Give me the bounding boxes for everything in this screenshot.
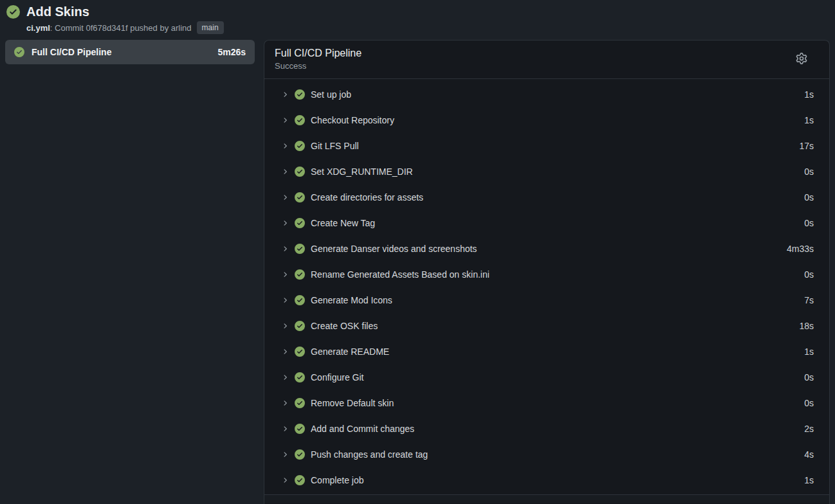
step-row-9[interactable]: Generate Mod Icons 7s — [264, 287, 829, 313]
job-success-check-circle-icon — [14, 47, 24, 57]
step-success-check-circle-icon — [295, 115, 305, 125]
step-name: Checkout Repository — [311, 115, 798, 125]
step-success-check-circle-icon — [295, 398, 305, 408]
panel-header-text: Full CI/CD Pipeline Success — [275, 48, 362, 71]
step-name: Rename Generated Assets Based on skin.in… — [311, 269, 798, 280]
chevron-right-icon[interactable] — [281, 399, 289, 407]
chevron-right-icon[interactable] — [281, 168, 289, 176]
step-row-15[interactable]: Push changes and create tag 4s — [264, 442, 829, 467]
step-name: Generate Danser videos and screenshots — [311, 244, 781, 254]
step-success-check-circle-icon — [295, 218, 305, 228]
step-duration: 7s — [804, 295, 814, 305]
chevron-right-icon[interactable] — [281, 271, 289, 278]
step-name: Create OSK files — [311, 321, 793, 331]
step-success-check-circle-icon — [295, 475, 305, 485]
step-duration: 1s — [804, 475, 814, 485]
step-duration: 0s — [804, 372, 814, 382]
step-name: Create directories for assets — [311, 192, 798, 203]
chevron-right-icon[interactable] — [281, 425, 289, 433]
job-card-full-ci-cd-pipeline[interactable]: Full CI/CD Pipeline 5m26s — [5, 40, 255, 64]
gear-icon — [796, 53, 807, 66]
job-name: Full CI/CD Pipeline — [32, 47, 210, 57]
chevron-right-icon[interactable] — [281, 219, 289, 227]
step-duration: 4m33s — [787, 244, 814, 254]
step-duration: 2s — [804, 424, 814, 434]
step-duration: 18s — [799, 321, 814, 331]
panel-footer-divider — [264, 494, 829, 503]
panel-job-status: Success — [275, 61, 362, 71]
step-name: Complete job — [311, 475, 798, 485]
step-duration: 0s — [804, 269, 814, 280]
step-name: Configure Git — [311, 372, 798, 382]
step-row-14[interactable]: Add and Commit changes 2s — [264, 416, 829, 442]
step-duration: 4s — [804, 449, 814, 460]
step-row-2[interactable]: Checkout Repository 1s — [264, 107, 829, 133]
step-duration: 1s — [804, 89, 814, 100]
step-success-check-circle-icon — [295, 192, 305, 203]
run-commit-text: ci.yml: Commit 0f678d341f pushed by arli… — [26, 23, 192, 33]
branch-badge[interactable]: main — [197, 21, 224, 34]
step-row-3[interactable]: Git LFS Pull 17s — [264, 133, 829, 159]
step-duration: 17s — [799, 141, 814, 151]
chevron-right-icon[interactable] — [281, 296, 289, 304]
run-header-text: Add Skins ci.yml: Commit 0f678d341f push… — [26, 4, 224, 34]
step-name: Push changes and create tag — [311, 449, 798, 460]
step-name: Git LFS Pull — [311, 141, 793, 151]
run-header: Add Skins ci.yml: Commit 0f678d341f push… — [5, 4, 830, 34]
step-duration: 0s — [804, 166, 814, 177]
step-duration: 1s — [804, 115, 814, 125]
step-row-16[interactable]: Complete job 1s — [264, 467, 829, 493]
chevron-right-icon[interactable] — [281, 116, 289, 124]
step-name: Generate Mod Icons — [311, 295, 798, 305]
chevron-right-icon[interactable] — [281, 322, 289, 330]
step-row-10[interactable]: Create OSK files 18s — [264, 313, 829, 339]
actions-run-page: Add Skins ci.yml: Commit 0f678d341f push… — [0, 0, 835, 504]
step-row-13[interactable]: Remove Default skin 0s — [264, 390, 829, 416]
step-success-check-circle-icon — [295, 346, 305, 357]
step-duration: 0s — [804, 218, 814, 228]
chevron-right-icon[interactable] — [281, 194, 289, 201]
run-title: Add Skins — [26, 4, 224, 19]
chevron-right-icon[interactable] — [281, 142, 289, 150]
panel-header: Full CI/CD Pipeline Success — [264, 40, 829, 79]
chevron-right-icon[interactable] — [281, 348, 289, 356]
chevron-right-icon[interactable] — [281, 476, 289, 484]
step-duration: 0s — [804, 398, 814, 408]
step-success-check-circle-icon — [295, 89, 305, 100]
commit-message: : Commit 0f678d341f pushed by arlind — [50, 23, 192, 33]
step-duration: 0s — [804, 192, 814, 203]
run-success-check-circle-icon — [6, 5, 20, 19]
step-success-check-circle-icon — [295, 372, 305, 382]
step-success-check-circle-icon — [295, 269, 305, 280]
step-name: Generate README — [311, 346, 798, 357]
step-success-check-circle-icon — [295, 141, 305, 151]
step-row-8[interactable]: Rename Generated Assets Based on skin.in… — [264, 262, 829, 287]
workflow-file-name: ci.yml — [26, 23, 50, 33]
step-success-check-circle-icon — [295, 166, 305, 177]
chevron-right-icon[interactable] — [281, 245, 289, 253]
job-duration: 5m26s — [217, 47, 246, 57]
step-success-check-circle-icon — [295, 449, 305, 460]
jobs-sidebar: Full CI/CD Pipeline 5m26s — [5, 40, 255, 64]
step-name: Create New Tag — [311, 218, 798, 228]
chevron-right-icon[interactable] — [281, 91, 289, 98]
step-success-check-circle-icon — [295, 244, 305, 254]
step-name: Set XDG_RUNTIME_DIR — [311, 166, 798, 177]
step-row-4[interactable]: Set XDG_RUNTIME_DIR 0s — [264, 159, 829, 184]
step-duration: 1s — [804, 346, 814, 357]
step-success-check-circle-icon — [295, 424, 305, 434]
step-name: Set up job — [311, 89, 798, 100]
step-row-1[interactable]: Set up job 1s — [264, 82, 829, 107]
step-success-check-circle-icon — [295, 321, 305, 331]
panel-job-title: Full CI/CD Pipeline — [275, 48, 362, 59]
step-row-6[interactable]: Create New Tag 0s — [264, 210, 829, 236]
chevron-right-icon[interactable] — [281, 451, 289, 458]
steps-list: Set up job 1s Checkout Repository 1s G — [264, 79, 829, 493]
step-row-12[interactable]: Configure Git 0s — [264, 364, 829, 390]
run-subtitle: ci.yml: Commit 0f678d341f pushed by arli… — [26, 21, 224, 34]
step-row-5[interactable]: Create directories for assets 0s — [264, 184, 829, 210]
step-row-7[interactable]: Generate Danser videos and screenshots 4… — [264, 236, 829, 262]
chevron-right-icon[interactable] — [281, 374, 289, 381]
step-row-11[interactable]: Generate README 1s — [264, 339, 829, 364]
job-settings-button[interactable] — [793, 50, 810, 69]
